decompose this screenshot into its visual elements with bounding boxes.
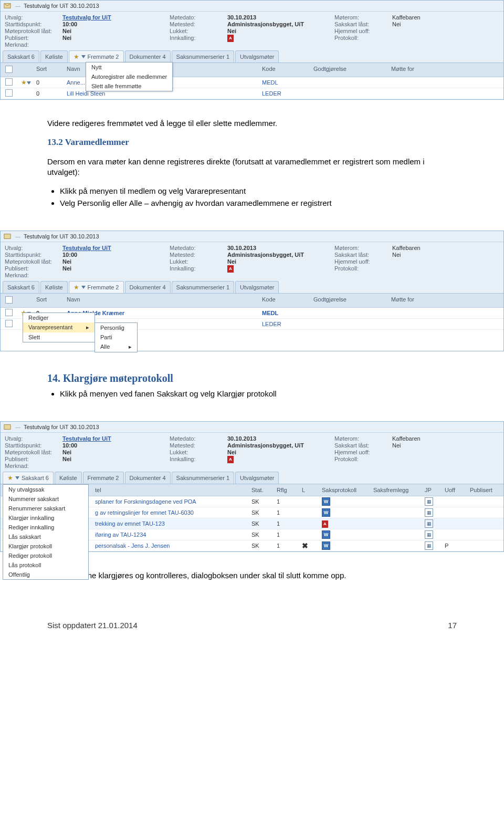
dropdown-icon[interactable]	[15, 476, 19, 480]
row-menu-icon[interactable]	[27, 81, 31, 85]
meta-value[interactable]: Testutvalg for UiT	[62, 14, 111, 20]
submenu-personlig[interactable]: Personlig	[95, 323, 137, 332]
svg-rect-1	[4, 234, 10, 239]
col-kode[interactable]: Kode	[260, 65, 311, 75]
row-checkbox[interactable]	[5, 78, 13, 86]
word-icon[interactable]: W	[322, 530, 330, 539]
menu-nytt[interactable]: Nytt	[86, 62, 172, 72]
paragraph: Dokumentene klargjøres og kontrolleres, …	[47, 570, 457, 581]
window-1: — Testutvalg for UiT 30.10.2013 Utvalg:T…	[0, 0, 504, 100]
tab-sakskart[interactable]: Sakskart 6	[3, 281, 39, 293]
tab-koliste[interactable]: Køliste	[55, 472, 82, 484]
heading: 14. Klargjøre møteprotokoll	[47, 371, 457, 385]
doc-icon[interactable]: ▦	[425, 508, 433, 517]
tab-sakskart[interactable]: ★Sakskart 6	[3, 472, 54, 484]
select-all-checkbox[interactable]	[5, 66, 13, 73]
menu-renummerer[interactable]: Renummerer sakskart	[3, 504, 88, 513]
col-sort[interactable]: Sort	[34, 65, 65, 75]
word-icon[interactable]: W	[322, 497, 330, 506]
doc-icon[interactable]: ▦	[425, 541, 433, 550]
tabs: Sakskart 6 Køliste ★Fremmøte 2 Dokumente…	[1, 49, 503, 63]
tab-dokumenter[interactable]: Dokumenter 4	[125, 281, 171, 293]
footer-updated: Sist oppdatert 21.01.2014	[47, 621, 138, 630]
sakskart-menu: Ny utvalgssak Nummerer sakskart Renummer…	[3, 484, 89, 580]
word-icon[interactable]: W	[322, 508, 330, 517]
row-checkbox[interactable]	[5, 89, 13, 97]
select-all-checkbox[interactable]	[5, 296, 13, 304]
page-number: 17	[448, 621, 457, 630]
star-icon: ★	[74, 53, 79, 60]
tab-dokumenter[interactable]: Dokumenter 4	[125, 50, 171, 62]
pdf-icon[interactable]: A	[322, 520, 328, 528]
tab-utvalgsmoter[interactable]: Utvalgsmøter	[235, 281, 279, 293]
tab-utvalgsmoter[interactable]: Utvalgsmøter	[235, 50, 279, 62]
dropdown-icon[interactable]	[81, 55, 86, 58]
bullet: Klikk på menyen til medlem og velg Varar…	[60, 186, 457, 196]
menu-slett-alle[interactable]: Slett alle fremmøtte	[86, 81, 172, 91]
tab-dokumenter[interactable]: Dokumenter 4	[125, 472, 171, 484]
menu-nummerer[interactable]: Nummerer sakskart	[3, 494, 88, 504]
meta-panel: Utvalg:Testutvalg for UiT Starttidspunkt…	[1, 12, 503, 49]
tab-koliste[interactable]: Køliste	[40, 281, 68, 293]
doc-icon[interactable]: ▦	[425, 497, 433, 506]
col-motte[interactable]: Møtte for	[389, 65, 503, 75]
paragraph: Videre redigeres fremmøtet ved å legge t…	[47, 118, 457, 129]
menu-autoregistrer[interactable]: Autoregistrer alle medlemmer	[86, 72, 172, 81]
menu-klargjor-innkalling[interactable]: Klargjør innkalling	[3, 513, 88, 523]
window-icon	[4, 423, 12, 431]
star-icon[interactable]: ★	[21, 79, 27, 86]
arrow-right-icon: ▸	[86, 324, 89, 331]
meta-label: Utvalg:	[5, 14, 62, 20]
menu-rediger-protokoll[interactable]: Rediger protokoll	[3, 551, 88, 560]
window-title: Testutvalg for UiT 30.10.2013	[24, 3, 99, 9]
tab-saksnummer[interactable]: Saksnummerserier 1	[172, 50, 234, 62]
grid: Sort Navn Kode Godtgjørelse Møtte for ★ …	[1, 63, 503, 99]
window-2: —Testutvalg for UiT 30.10.2013 Utvalg:Te…	[0, 231, 504, 351]
pdf-icon[interactable]: A	[227, 456, 234, 463]
word-icon[interactable]: W	[322, 541, 330, 550]
bullet: Velg Personlig eller Alle – avhengig av …	[60, 198, 457, 209]
col-godt[interactable]: Godtgjørelse	[311, 65, 389, 75]
window-icon	[4, 2, 12, 9]
paragraph: Dersom en vara møter kan denne registrer…	[47, 157, 457, 178]
menu-rediger-innkalling[interactable]: Rediger innkalling	[3, 523, 88, 532]
locked-icon: ✖	[302, 541, 308, 550]
menu-las-protokoll[interactable]: Lås protokoll	[3, 560, 88, 570]
row-context-menu: Rediger Vararepresentant▸ Personlig Part…	[23, 312, 95, 342]
doc-text-2: 14. Klargjøre møteprotokoll Klikk på men…	[0, 351, 504, 421]
tab-fremmote[interactable]: Fremmøte 2	[83, 472, 124, 484]
pdf-icon[interactable]: A	[227, 35, 234, 42]
tab-utvalgsmoter[interactable]: Utvalgsmøter	[235, 472, 279, 484]
titlebar: — Testutvalg for UiT 30.10.2013	[1, 1, 503, 12]
tab-fremmote[interactable]: ★Fremmøte 2	[69, 281, 124, 293]
table-row[interactable]: 0 Lill Heidi Steen LEDER	[1, 88, 503, 99]
page-footer: Sist oppdatert 21.01.2014 17	[0, 600, 504, 639]
heading: 13.2 Varamedlemmer	[47, 137, 457, 149]
doc-icon[interactable]: ▦	[425, 530, 433, 539]
tab-fremmote[interactable]: ★Fremmøte 2	[69, 50, 124, 62]
menu-slett[interactable]: Slett	[23, 332, 94, 342]
menu-vararepresentant[interactable]: Vararepresentant▸ Personlig Parti Alle ▸	[23, 322, 94, 332]
menu-las-sakskart[interactable]: Lås sakskart	[3, 532, 88, 541]
doc-icon[interactable]: ▦	[425, 519, 433, 528]
menu-rediger[interactable]: Rediger	[23, 313, 94, 322]
vararepresentant-submenu: Personlig Parti Alle ▸	[94, 322, 138, 352]
menu-klargjor-protokoll[interactable]: Klargjør protokoll	[3, 541, 88, 551]
tab-saksnummer[interactable]: Saksnummerserier 1	[172, 472, 234, 484]
menu-offentlig[interactable]: Offentlig	[3, 570, 88, 579]
dash-icon: —	[15, 3, 20, 9]
svg-rect-2	[4, 425, 10, 430]
pdf-icon[interactable]: A	[227, 265, 234, 273]
bullet: Klikk på menyen ved fanen Sakskart og ve…	[60, 389, 457, 399]
tab-sakskart[interactable]: Sakskart 6	[3, 50, 39, 62]
tab-saksnummer[interactable]: Saksnummerserier 1	[172, 281, 234, 293]
tab-koliste[interactable]: Køliste	[40, 50, 68, 62]
table-row[interactable]: ★ 0 Anne... MEDL	[1, 77, 503, 88]
col-tittel[interactable]: tel	[93, 486, 249, 494]
fremmote-menu: Nytt Autoregistrer alle medlemmer Slett …	[86, 62, 173, 91]
doc-text-1: Videre redigeres fremmøtet ved å legge t…	[0, 100, 504, 231]
submenu-parti[interactable]: Parti	[95, 332, 137, 342]
window-3: —Testutvalg for UiT 30.10.2013 Utvalg:Te…	[0, 421, 504, 552]
submenu-alle[interactable]: Alle ▸	[95, 342, 137, 352]
menu-ny-utvalgssak[interactable]: Ny utvalgssak	[3, 485, 88, 494]
